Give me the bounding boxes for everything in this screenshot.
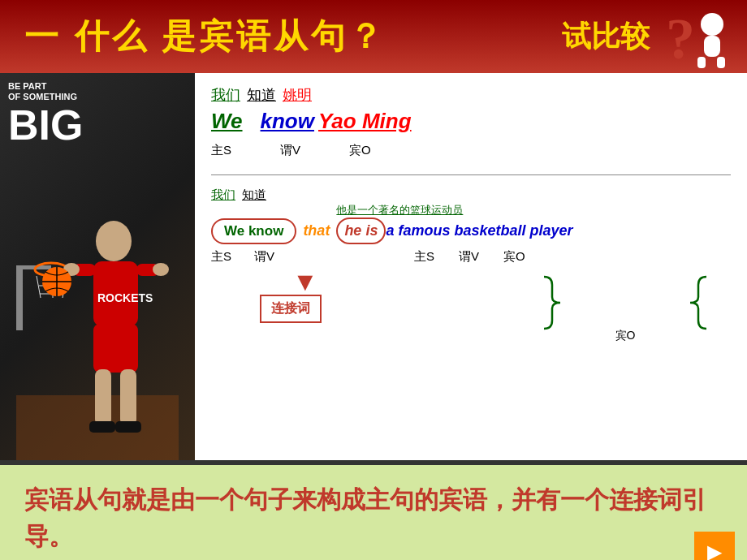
ch-he-is: 他是一个著名的篮球运动员: [336, 203, 463, 218]
question-mark-figure: ?: [662, 2, 735, 71]
grammar-left-group: 主S 谓V: [211, 249, 390, 265]
header-subtitle: 试比较: [562, 17, 650, 57]
grammar-right-group: 主S 谓V 宾O: [414, 249, 525, 265]
svg-text:ROCKETS: ROCKETS: [97, 291, 153, 304]
he-is-block: 他是一个著名的篮球运动员 he is a famous basketball p…: [336, 218, 572, 244]
grammar2-wei1: 谓V: [254, 249, 274, 265]
svg-rect-25: [95, 369, 111, 426]
that-word: that: [303, 222, 330, 239]
right-content-section: 我们 知道 姚明 We know Yao Ming 主S 谓V 宾O 我们 知道: [195, 73, 747, 460]
be-part-text: BE PARTOF SOMETHING: [8, 81, 77, 102]
sentence1-chinese: 我们 知道 姚明: [211, 85, 731, 105]
svg-rect-1: [704, 36, 720, 57]
we-know-oval: We know: [211, 218, 296, 244]
separator: [211, 174, 731, 175]
connector-block: ▼ 连接词 宾O: [211, 269, 731, 342]
definition-area: 宾语从句就是由一个句子来构成主句的宾语，并有一个连接词引导。 ▶: [0, 463, 747, 560]
svg-rect-24: [93, 324, 138, 373]
ch-yaoming: 姚明: [283, 85, 312, 105]
svg-point-14: [96, 221, 132, 261]
sentence1-english: We know Yao Ming: [211, 109, 731, 134]
grammar-row-1: 主S 谓V 宾O: [211, 143, 731, 158]
svg-point-0: [701, 13, 723, 36]
definition-text: 宾语从句就是由一个句子来构成主句的宾语，并有一个连接词引导。: [24, 481, 723, 554]
svg-point-20: [153, 263, 169, 276]
en-we: We: [211, 109, 243, 134]
grammar2-bin2: 宾O: [503, 249, 525, 265]
famous-text: a famous basketball player: [386, 222, 572, 239]
svg-rect-6: [16, 265, 23, 330]
slide-header: 一 什么 是宾语从句？ 试比较 ?: [0, 0, 747, 73]
basketball-player-image: BE PARTOF SOMETHING BIG: [0, 73, 195, 460]
next-arrow-icon: ▶: [707, 541, 722, 560]
grammar2-zhu1: 主S: [211, 249, 231, 265]
he-is-oval: he is: [336, 218, 386, 244]
svg-line-9: [37, 276, 41, 298]
svg-rect-28: [115, 421, 141, 433]
grammar-wei1: 谓V: [280, 143, 300, 158]
header-title: 一 什么 是宾语从句？: [24, 14, 386, 59]
sentence2-chinese: 我们 知道: [211, 187, 731, 203]
grammar-bin1: 宾O: [349, 143, 371, 158]
sentence2-main: We know that 他是一个著名的篮球运动员 he is a famous…: [211, 218, 731, 244]
ch2-know: 知道: [242, 187, 266, 203]
svg-rect-27: [89, 421, 115, 433]
svg-rect-3: [717, 57, 725, 68]
big-text: BIG: [8, 104, 83, 146]
next-button[interactable]: ▶: [694, 532, 735, 560]
svg-text:?: ?: [666, 6, 695, 71]
connector-box: 连接词: [260, 295, 322, 323]
en-yaoming: Yao Ming: [318, 109, 412, 134]
svg-rect-2: [697, 57, 706, 68]
en-know: know: [261, 109, 314, 134]
ch-know: 知道: [247, 85, 276, 105]
brace-area: 宾O: [544, 269, 706, 343]
grammar2-wei2: 谓V: [459, 249, 479, 265]
ch2-we: 我们: [211, 187, 235, 203]
svg-rect-26: [120, 369, 136, 426]
main-content: BE PARTOF SOMETHING BIG: [0, 73, 747, 463]
grammar-row-2: 主S 谓V 主S 谓V 宾O: [211, 249, 731, 265]
grammar2-zhu2: 主S: [414, 249, 434, 265]
arrow-down-icon: ▼: [292, 269, 318, 295]
grammar-zhu1: 主S: [211, 143, 231, 158]
sentence2-group: 我们 知道 We know that 他是一个著名的篮球运动员 he is a …: [211, 187, 731, 342]
ch-we: 我们: [211, 85, 240, 105]
